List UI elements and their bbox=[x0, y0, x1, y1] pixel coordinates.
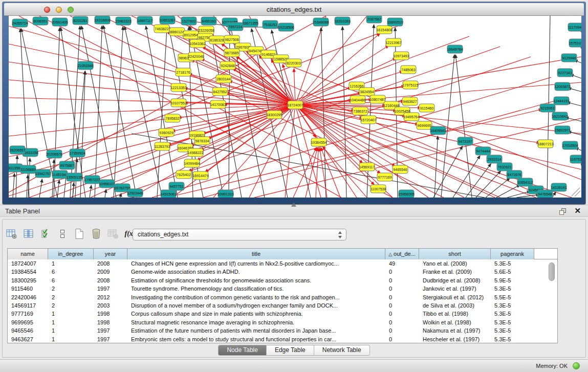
graph-node[interactable]: 17016504 bbox=[562, 141, 578, 149]
graph-node[interactable]: 15958095 bbox=[398, 190, 414, 198]
graph-node[interactable]: 2803144 bbox=[216, 75, 231, 83]
graph-node[interactable]: 11283793 bbox=[155, 142, 170, 150]
graph-node[interactable]: 23983323 bbox=[115, 17, 131, 25]
graph-node[interactable]: 5873685 bbox=[224, 49, 239, 57]
graph-node[interactable]: 9827508 bbox=[224, 35, 239, 43]
graph-node[interactable]: 8860124 bbox=[169, 28, 185, 36]
graph-node[interactable]: 14170083 bbox=[210, 100, 226, 108]
graph-node[interactable]: 9473197 bbox=[458, 137, 473, 145]
table-mode-icon[interactable] bbox=[5, 227, 18, 240]
graph-node[interactable]: 8220303 bbox=[286, 59, 301, 67]
graph-node[interactable]: 10991310 bbox=[217, 190, 233, 198]
graph-node[interactable]: 16890510 bbox=[387, 18, 403, 26]
graph-node[interactable]: 9476548 bbox=[537, 190, 553, 198]
graph-node[interactable]: 7518252 bbox=[263, 20, 278, 29]
clear-selection-icon[interactable] bbox=[56, 227, 69, 240]
graph-node[interactable]: 16648784 bbox=[447, 45, 463, 53]
graph-node[interactable]: 11170948 bbox=[568, 23, 581, 31]
column-header-name[interactable]: name bbox=[8, 249, 48, 259]
graph-node[interactable]: 10958107 bbox=[99, 180, 115, 188]
graph-node[interactable]: 9215953 bbox=[540, 104, 555, 112]
table-scrollbar-thumb[interactable] bbox=[549, 262, 555, 281]
graph-node[interactable]: 10543362 bbox=[189, 39, 205, 48]
graph-node[interactable]: 16210643 bbox=[552, 112, 568, 120]
graph-node[interactable]: 7625402 bbox=[176, 170, 191, 179]
graph-node[interactable]: 11156889 bbox=[20, 165, 36, 173]
graph-node[interactable]: 18807213 bbox=[537, 140, 553, 148]
graph-node[interactable]: 16154808 bbox=[376, 26, 392, 34]
graph-node[interactable]: 26206557 bbox=[9, 146, 25, 154]
graph-node[interactable]: 8096591 bbox=[33, 17, 48, 25]
graph-node[interactable]: 2718176 bbox=[176, 68, 191, 76]
select-all-icon[interactable] bbox=[39, 227, 52, 240]
tab-edge-table[interactable]: Edge Table bbox=[267, 345, 314, 356]
graph-node[interactable]: 16409541 bbox=[430, 126, 446, 135]
graph-node[interactable]: 19218608 bbox=[94, 16, 110, 24]
tab-node-table[interactable]: Node Table bbox=[218, 345, 267, 356]
graph-node[interactable]: 19384554 bbox=[311, 138, 326, 146]
table-row[interactable]: 1938455462009Genome-wide association stu… bbox=[8, 268, 557, 276]
graph-node[interactable]: 8466160 bbox=[201, 17, 216, 25]
graph-node[interactable]: 20206576 bbox=[46, 150, 62, 158]
graph-node[interactable]: 24055724 bbox=[12, 19, 28, 27]
graph-node[interactable]: 5878334 bbox=[194, 137, 210, 145]
table-row[interactable]: 977716911998Corpus callosum shape and si… bbox=[8, 310, 557, 318]
graph-node[interactable]: 14515061 bbox=[160, 190, 176, 198]
graph-node[interactable]: 9115460 bbox=[419, 104, 434, 112]
graph-node[interactable]: 12444151 bbox=[553, 97, 569, 105]
column-header-short[interactable]: short bbox=[419, 249, 491, 259]
table-scrollbar[interactable] bbox=[548, 261, 556, 342]
graph-node[interactable]: 11675337 bbox=[570, 155, 581, 163]
graph-node[interactable]: 8912954 bbox=[183, 31, 199, 39]
graph-node[interactable]: 7386372 bbox=[353, 107, 368, 115]
graph-node[interactable]: 9465546 bbox=[393, 165, 408, 173]
graph-node[interactable]: 15892971 bbox=[554, 126, 570, 134]
graph-node[interactable]: 7857224 bbox=[228, 23, 243, 31]
column-header-in_degree[interactable]: in_degree bbox=[48, 249, 94, 259]
graph-node[interactable]: 3824554 bbox=[359, 87, 375, 96]
graph-node[interactable]: 2087682 bbox=[366, 16, 382, 23]
tab-network-table[interactable]: Network Table bbox=[314, 345, 370, 356]
table-row[interactable]: 1872400712008Changes of HCN gene express… bbox=[8, 259, 557, 268]
graph-node[interactable]: 19218506 bbox=[278, 23, 294, 31]
graph-node[interactable]: 14847117 bbox=[137, 16, 153, 25]
graph-node[interactable]: 18300295 bbox=[266, 111, 282, 119]
graph-node[interactable]: 12213967 bbox=[385, 38, 401, 47]
graph-node[interactable]: 21648068 bbox=[313, 18, 329, 26]
graph-node[interactable]: 9360929 bbox=[159, 128, 174, 137]
graph-node[interactable]: 9777169 bbox=[377, 173, 393, 181]
graph-node[interactable]: 10653287 bbox=[159, 16, 175, 24]
graph-node[interactable]: 19495764 bbox=[403, 113, 419, 121]
graph-node[interactable]: 16914479 bbox=[192, 171, 208, 180]
network-graph[interactable]: 1872400774638228860124891295423226058982… bbox=[9, 16, 581, 198]
graph-node[interactable]: 9474444 bbox=[475, 147, 491, 155]
graph-node[interactable]: 14136141 bbox=[551, 183, 567, 191]
table-row[interactable]: 946362711997Embryonic stem cells: a mode… bbox=[8, 335, 557, 343]
float-window-icon[interactable] bbox=[559, 208, 567, 215]
table-row[interactable]: 969969511998Structural magnetic resonanc… bbox=[8, 318, 557, 326]
column-header-pagerank[interactable]: pagerank bbox=[491, 249, 534, 259]
graph-node[interactable]: 12093872 bbox=[554, 82, 570, 91]
graph-node[interactable]: 22420046 bbox=[188, 52, 204, 60]
graph-node[interactable]: 17957223 bbox=[84, 176, 100, 184]
graph-node[interactable]: 9242848 bbox=[220, 61, 235, 70]
graph-node[interactable]: 9129946 bbox=[561, 54, 577, 62]
graph-node[interactable]: 7632621 bbox=[497, 163, 512, 171]
graph-node[interactable]: 12213353 bbox=[170, 83, 186, 92]
graph-node[interactable]: 21053346 bbox=[77, 61, 93, 70]
graph-node[interactable]: 11451944 bbox=[52, 170, 68, 179]
graph-node[interactable]: 7485063 bbox=[401, 65, 416, 74]
table-row[interactable]: 1456911722003Disruption of a novel membe… bbox=[8, 301, 557, 310]
graph-node[interactable]: 11007538 bbox=[371, 185, 386, 193]
delete-columns-icon[interactable] bbox=[90, 227, 103, 240]
graph-node[interactable]: 12923446 bbox=[127, 189, 143, 197]
table-row[interactable]: 1830029562008Estimation of significance … bbox=[8, 276, 557, 285]
graph-node[interactable]: 9975887 bbox=[59, 161, 75, 169]
table-row[interactable]: 2242004622012Investigating the contribut… bbox=[8, 293, 557, 301]
graph-node[interactable]: 8186328 bbox=[209, 36, 225, 44]
graph-node[interactable]: 18724007 bbox=[287, 101, 303, 109]
graph-node[interactable]: 17975115 bbox=[403, 81, 419, 89]
graph-node[interactable]: 7463822 bbox=[154, 25, 169, 33]
graph-node[interactable]: 8471676 bbox=[507, 170, 522, 179]
graph-node[interactable]: 8427552 bbox=[212, 87, 228, 96]
